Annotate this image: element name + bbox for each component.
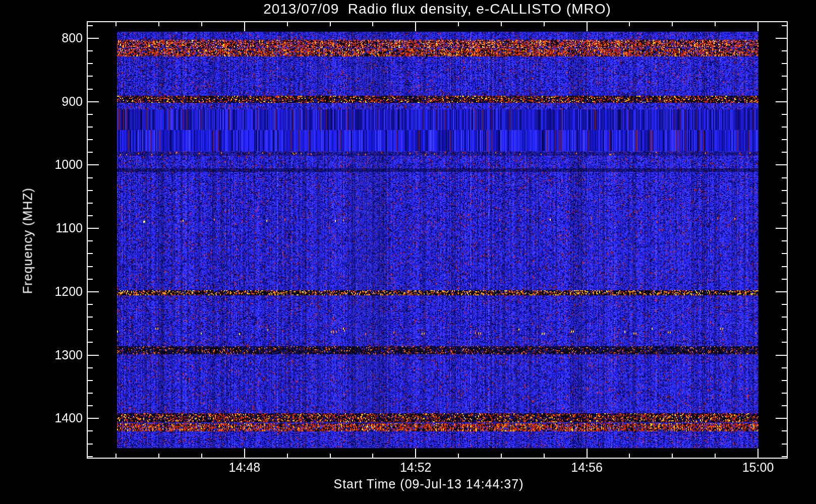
x-tick-label: 14:52 [380, 460, 451, 475]
y-tick-label: 1300 [20, 348, 83, 362]
x-tick-label: 14:48 [209, 460, 280, 475]
y-tick-label: 900 [20, 94, 83, 109]
x-axis-label: Start Time (09-Jul-13 14:44:37) [87, 477, 771, 491]
x-tick-label: 15:00 [723, 460, 793, 475]
y-tick-label: 1400 [20, 411, 83, 425]
chart-title: 2013/07/09 Radio flux density, e-CALLIST… [87, 1, 788, 17]
spectrogram-window: 2013/07/09 Radio flux density, e-CALLIST… [0, 0, 816, 504]
y-tick-label: 1200 [20, 284, 83, 299]
spectrogram-canvas [0, 0, 816, 504]
x-tick-label: 14:56 [552, 460, 622, 475]
y-tick-label: 1100 [20, 221, 83, 235]
y-tick-label: 800 [20, 31, 83, 45]
y-tick-label: 1000 [20, 157, 83, 172]
